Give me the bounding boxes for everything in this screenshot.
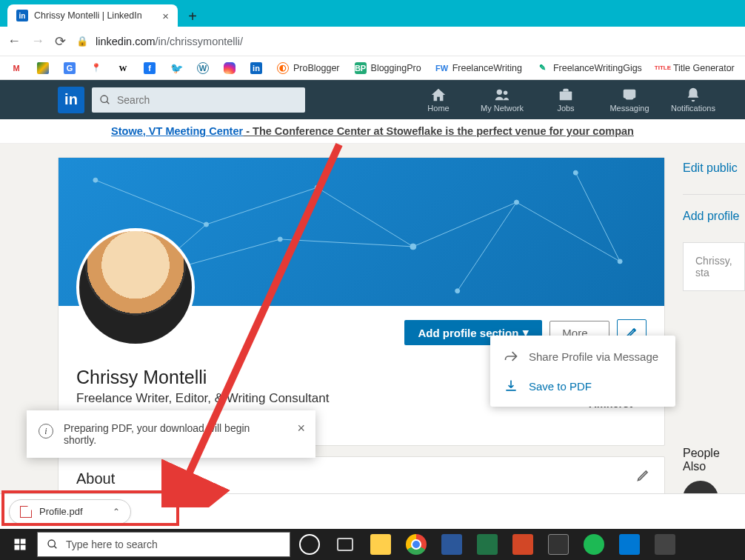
svg-rect-30: [15, 545, 20, 550]
linkedin-header: in Home My Network Jobs Messaging Notifi…: [0, 80, 745, 119]
browser-toolbar: ← → ⟳ 🔒 linkedin.com/in/chrissymontelli/: [0, 27, 745, 56]
nav-messaging[interactable]: Messaging: [598, 87, 661, 113]
svg-line-10: [413, 202, 517, 247]
linkedin-favicon: in: [16, 10, 28, 21]
tab-title: Chrissy Montelli | LinkedIn: [34, 10, 156, 21]
lock-icon: 🔒: [76, 36, 88, 47]
bookmark-freelancewritinggigs[interactable]: ✎FreelanceWritingGigs: [537, 62, 642, 74]
svg-point-21: [514, 200, 518, 204]
browser-tab[interactable]: in Chrissy Montelli | LinkedIn ×: [7, 4, 178, 27]
close-toast-button[interactable]: ×: [297, 421, 305, 436]
about-heading: About: [76, 470, 647, 487]
edit-public-link[interactable]: Edit public: [683, 161, 745, 175]
taskbar-excel[interactable]: [471, 532, 504, 557]
svg-point-32: [48, 540, 55, 547]
taskbar-calculator[interactable]: [542, 532, 575, 557]
svg-line-33: [54, 546, 56, 548]
add-profile-link[interactable]: Add profile: [683, 210, 745, 223]
search-input[interactable]: [117, 94, 298, 106]
chevron-up-icon[interactable]: ⌃: [113, 507, 120, 517]
address-bar[interactable]: 🔒 linkedin.com/in/chrissymontelli/: [76, 36, 738, 47]
svg-line-9: [317, 187, 413, 247]
people-also-heading: People Also: [683, 447, 745, 473]
pdf-icon: [20, 506, 32, 518]
start-button[interactable]: [6, 532, 34, 557]
svg-point-3: [504, 91, 508, 96]
svg-line-15: [575, 173, 620, 261]
taskbar-chrome[interactable]: [400, 532, 432, 557]
bookmark-problogger[interactable]: ◐ProBlogger: [277, 62, 340, 74]
bookmark-maps[interactable]: 📍: [90, 62, 102, 74]
bookmark-wikipedia[interactable]: W: [117, 62, 129, 74]
download-icon: [504, 379, 518, 393]
edit-about-button[interactable]: [636, 467, 651, 485]
svg-point-24: [278, 237, 282, 241]
bookmark-facebook[interactable]: f: [144, 62, 156, 74]
bookmark-translate[interactable]: G: [64, 62, 76, 74]
linkedin-logo[interactable]: in: [58, 87, 84, 113]
back-button[interactable]: ←: [7, 33, 21, 49]
nav-jobs[interactable]: Jobs: [535, 87, 597, 113]
svg-line-14: [458, 202, 517, 291]
taskbar-search-placeholder: Type here to search: [66, 539, 158, 550]
nav-mynetwork[interactable]: My Network: [471, 87, 533, 113]
bookmark-wordpress[interactable]: W: [197, 62, 209, 74]
bookmark-drive[interactable]: [37, 62, 49, 74]
svg-line-13: [280, 239, 413, 247]
save-pdf-item[interactable]: Save to PDF: [490, 371, 675, 401]
bookmark-freelancewriting[interactable]: FWFreelanceWriting: [436, 62, 522, 74]
new-tab-button[interactable]: +: [182, 6, 203, 27]
bookmarks-bar: M G 📍 W f 🐦 W in ◐ProBlogger BPBloggingP…: [0, 56, 745, 80]
taskbar-word[interactable]: [435, 532, 468, 557]
ad-text: - The Conference Center at Stoweflake is…: [243, 125, 634, 137]
sponsored-banner[interactable]: Stowe, VT Meeting Center - The Conferenc…: [0, 119, 745, 144]
bookmark-gmail[interactable]: M: [10, 62, 22, 74]
ad-link[interactable]: Stowe, VT Meeting Center: [111, 125, 243, 137]
linkedin-search[interactable]: [92, 87, 305, 113]
svg-rect-6: [626, 93, 634, 99]
bookmark-titlegenerator[interactable]: TITLETitle Generator: [657, 62, 735, 74]
forward-button[interactable]: →: [31, 33, 44, 49]
nav-home[interactable]: Home: [407, 87, 470, 113]
url-host: linkedin.com: [96, 36, 156, 47]
download-shelf: Profile.pdf ⌃: [0, 493, 745, 529]
page-main: Add profile section ▾ More... Chrissy Mo…: [0, 144, 745, 553]
bookmark-twitter[interactable]: 🐦: [170, 62, 182, 74]
nav-notifications[interactable]: Notifications: [662, 87, 724, 113]
svg-rect-4: [560, 91, 572, 100]
profile-avatar[interactable]: [76, 228, 195, 347]
more-dropdown: Share Profile via Message Save to PDF: [490, 336, 675, 407]
svg-line-1: [107, 101, 109, 104]
right-prompt-card[interactable]: Chrissy, sta: [683, 242, 745, 291]
taskbar-app[interactable]: [649, 532, 681, 557]
share-profile-item[interactable]: Share Profile via Message: [490, 341, 675, 371]
svg-line-8: [207, 187, 318, 224]
svg-point-18: [204, 222, 209, 227]
close-tab-icon[interactable]: ×: [162, 10, 169, 22]
svg-point-2: [497, 90, 502, 95]
toast-message: Preparing PDF, your download will begin …: [64, 422, 250, 446]
window-titlebar: in Chrissy Montelli | LinkedIn × +: [0, 0, 745, 27]
svg-point-26: [573, 170, 578, 175]
bookmark-bloggingpro[interactable]: BPBloggingPro: [355, 62, 421, 74]
svg-rect-29: [21, 539, 26, 544]
bookmark-linkedin[interactable]: in: [250, 62, 262, 74]
svg-point-17: [93, 178, 98, 182]
taskbar-explorer[interactable]: [364, 532, 397, 557]
taskbar-spotify[interactable]: [578, 532, 610, 557]
taskbar-cortana[interactable]: [293, 532, 326, 557]
svg-rect-28: [15, 539, 20, 544]
reload-button[interactable]: ⟳: [55, 33, 66, 50]
windows-taskbar: Type here to search: [0, 529, 745, 560]
taskbar-search[interactable]: Type here to search: [37, 532, 290, 557]
taskbar-mail[interactable]: [613, 532, 646, 557]
search-icon: [99, 94, 111, 106]
taskbar-powerpoint[interactable]: [507, 532, 539, 557]
share-icon: [504, 349, 518, 364]
taskbar-taskview[interactable]: [329, 532, 361, 557]
download-item[interactable]: Profile.pdf ⌃: [9, 499, 131, 524]
svg-line-7: [96, 180, 207, 224]
svg-point-19: [315, 185, 319, 190]
pdf-preparing-toast: i Preparing PDF, your download will begi…: [27, 410, 315, 458]
bookmark-instagram[interactable]: [224, 62, 235, 74]
